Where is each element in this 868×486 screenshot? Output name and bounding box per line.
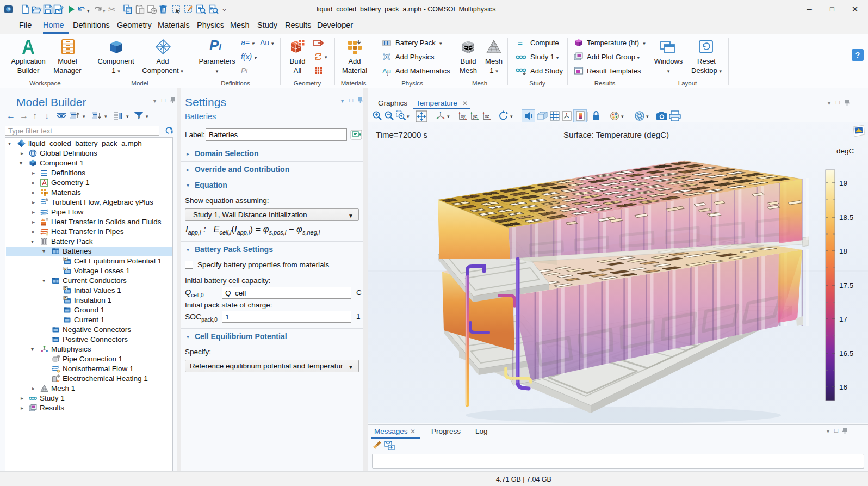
svg-text:yz: yz	[473, 114, 478, 119]
svg-text:Time=72000 s: Time=72000 s	[376, 130, 427, 139]
svg-text:16: 16	[839, 383, 847, 391]
svg-text:D: D	[64, 267, 66, 270]
svg-text:17.5: 17.5	[839, 281, 853, 290]
svg-text:degC: degC	[836, 147, 854, 155]
svg-text:18: 18	[839, 247, 847, 255]
svg-text:xz: xz	[485, 114, 489, 119]
svg-text:D: D	[64, 257, 66, 261]
svg-text:xy: xy	[461, 114, 466, 119]
svg-text:Surface: Temperature (degC): Surface: Temperature (degC)	[563, 130, 669, 139]
svg-text:D: D	[64, 297, 66, 300]
svg-text:19: 19	[839, 179, 847, 187]
svg-text:D: D	[64, 287, 66, 290]
svg-text:16.5: 16.5	[839, 349, 853, 358]
svg-text:18.5: 18.5	[839, 213, 853, 222]
svg-text:17: 17	[839, 315, 847, 323]
